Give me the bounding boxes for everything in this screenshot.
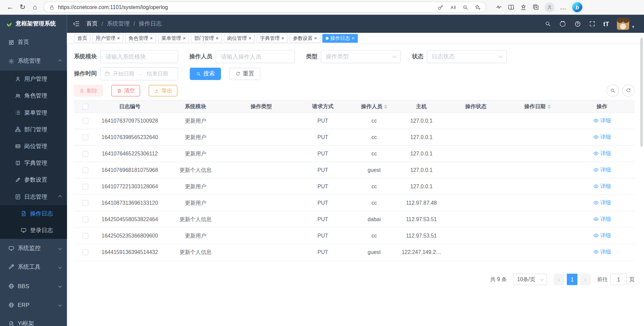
address-bar[interactable]: https://ccnetcore.com:1101/system/log/op… [44,2,486,13]
detail-link[interactable]: 详细 [593,232,611,239]
tag-oper-log[interactable]: 操作日志× [322,34,358,43]
type-select[interactable]: 操作类型 [321,50,401,63]
tag-role-mgmt[interactable]: 角色管理× [125,34,156,43]
row-checkbox[interactable] [83,184,88,190]
export-button[interactable]: 导出 [149,85,177,96]
sidebar-item-yi-framework[interactable]: Yi框架 [0,314,67,326]
breadcrumb-home[interactable]: 首页 [86,20,98,27]
clear-button[interactable]: 清空 [111,85,140,96]
detail-link[interactable]: 详细 [593,133,611,141]
detail-link[interactable]: 详细 [593,248,611,256]
sidebar-item-system-monitor[interactable]: 系统监控 [0,239,67,258]
header-search-icon[interactable] [544,20,551,27]
browser-essentials-icon[interactable] [495,4,502,11]
row-checkbox[interactable] [83,118,88,124]
zoom-out-icon[interactable] [462,4,469,11]
sidebar-item-erp[interactable]: ERP [0,296,67,314]
tag-home[interactable]: 首页 [74,34,90,43]
tag-dict-mgmt[interactable]: 字典管理× [257,34,287,43]
sort-control[interactable] [547,105,551,109]
eye-icon [593,134,599,140]
collections-icon[interactable] [532,4,539,11]
sidebar-item-log-mgmt[interactable]: 日志管理 [0,188,67,205]
current-page-button[interactable]: 1 [567,274,578,285]
browser-menu-icon[interactable]: … [560,3,567,11]
status-select[interactable]: 日志状态 [427,50,507,63]
next-page-button[interactable]: › [580,274,591,285]
sidebar-item-system-mgmt[interactable]: 系统管理 [0,52,67,70]
close-icon[interactable]: × [281,36,284,41]
tag-param-settings[interactable]: 参数设置× [289,34,320,43]
close-icon[interactable]: × [183,36,186,41]
show-search-toggle-button[interactable] [607,84,619,97]
detail-link[interactable]: 详细 [593,215,611,223]
close-icon[interactable]: × [150,36,153,41]
detail-link[interactable]: 详细 [593,183,611,190]
favorites-icon[interactable] [520,4,527,11]
sidebar-item-user-mgmt[interactable]: 用户管理 [0,71,67,87]
close-icon[interactable]: × [216,36,219,41]
close-icon[interactable]: × [249,36,252,41]
tag-dept-mgmt[interactable]: 部门管理× [191,34,222,43]
refresh-table-button[interactable] [622,84,635,97]
row-checkbox[interactable] [83,200,88,206]
operator-input[interactable] [216,50,295,63]
select-all-checkbox[interactable] [83,104,88,110]
sidebar-item-param-settings[interactable]: 参数设置 [0,172,67,188]
breadcrumb-system-mgmt[interactable]: 系统管理 [107,20,130,27]
date-range-picker[interactable]: 开始日期 - 结束日期 [100,67,178,80]
font-size-icon[interactable]: tT [603,20,609,27]
row-checkbox[interactable] [83,250,88,255]
app-logo[interactable]: 意框架管理系统 [0,15,67,33]
tag-user-mgmt[interactable]: 用户管理× [93,34,123,43]
close-icon[interactable]: × [314,36,317,41]
goto-page-input[interactable] [610,274,627,285]
browser-home-button[interactable]: ⌂ [29,1,41,13]
sidebar-item-oper-log[interactable]: 操作日志 [0,205,67,222]
sidebar-item-post-mgmt[interactable]: 岗位管理 [0,138,67,154]
github-icon[interactable] [559,20,566,27]
reset-button[interactable]: 重置 [229,68,260,80]
browser-refresh-button[interactable]: ↻ [16,1,29,13]
sidebar-item-system-tools[interactable]: 系统工具 [0,258,67,276]
detail-link[interactable]: 详细 [593,117,611,124]
split-screen-icon[interactable] [507,4,515,11]
detail-link[interactable]: 详细 [593,199,611,206]
prev-page-button[interactable]: ‹ [554,274,565,285]
password-key-icon[interactable] [437,4,444,11]
detail-link[interactable]: 详细 [593,150,611,157]
sidebar-collapse-icon[interactable] [73,20,80,27]
user-avatar[interactable] [617,18,629,30]
sidebar-item-role-mgmt[interactable]: 角色管理 [0,87,67,104]
help-icon[interactable] [574,20,581,27]
row-checkbox[interactable] [83,233,88,239]
detail-link[interactable]: 详细 [593,166,611,174]
browser-profile-avatar[interactable] [545,2,554,12]
table-row: 1641087313696133120 更新用户 PUT cc 112.97.8… [74,195,634,211]
read-aloud-icon[interactable] [450,4,457,11]
page-size-select[interactable]: 10条/页 [514,274,547,285]
sort-control[interactable] [384,105,387,109]
favorites-add-icon[interactable] [474,4,481,11]
close-icon[interactable]: × [352,36,355,41]
fullscreen-icon[interactable] [589,20,596,27]
sidebar-item-home[interactable]: 首页 [0,33,67,52]
sidebar-item-login-log[interactable]: 登录日志 [0,222,67,239]
close-icon[interactable]: × [117,36,120,41]
module-input[interactable] [100,50,178,63]
sidebar-item-dept-mgmt[interactable]: 部门管理 [0,121,67,138]
tag-post-mgmt[interactable]: 岗位管理× [224,34,255,43]
browser-back-button[interactable]: ← [4,1,16,13]
sidebar-item-bbs[interactable]: BBS [0,276,67,295]
delete-button[interactable]: 删除 [74,85,103,96]
bing-icon[interactable]: b [572,2,583,12]
tag-menu-mgmt[interactable]: 菜单管理× [158,34,189,43]
search-button[interactable]: 搜索 [190,68,221,80]
row-checkbox[interactable] [83,217,88,222]
row-checkbox[interactable] [83,168,88,173]
row-checkbox[interactable] [83,135,88,140]
scrollbar[interactable] [640,38,643,146]
row-checkbox[interactable] [83,151,88,157]
sidebar-item-dict-mgmt[interactable]: 字典管理 [0,155,67,172]
sidebar-item-menu-mgmt[interactable]: 菜单管理 [0,104,67,121]
